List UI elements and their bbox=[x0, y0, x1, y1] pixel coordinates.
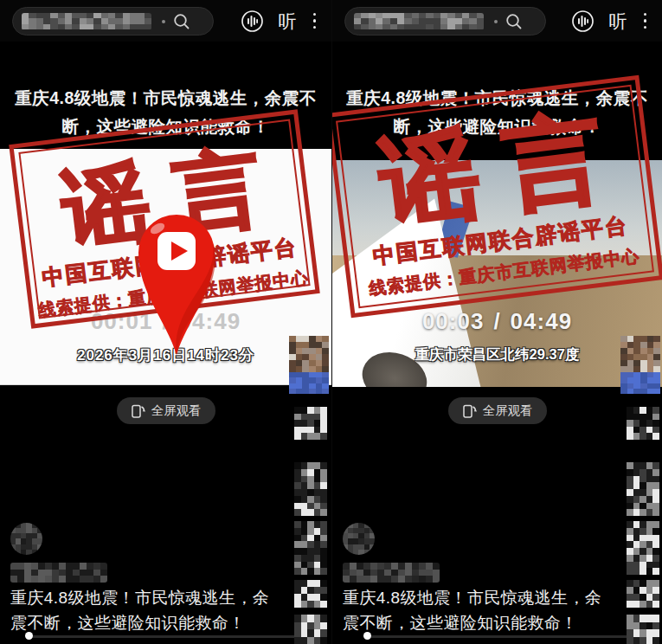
action-icon-mosaic[interactable] bbox=[294, 407, 327, 440]
rumor-stamp-org: 中国互联网联合辟谣平台 bbox=[347, 208, 654, 274]
search-text-mosaic bbox=[22, 13, 151, 30]
panel-right: 听 重庆4.8级地震！市民惊魂逃生，余震不断，这些避险知识能救命！ 谣言 中国互… bbox=[331, 0, 662, 644]
progress-bar[interactable] bbox=[31, 635, 325, 638]
pixelated-avatar-overlay[interactable] bbox=[620, 336, 660, 394]
action-icon-mosaic[interactable] bbox=[294, 521, 327, 575]
pixelated-avatar-overlay[interactable] bbox=[289, 336, 329, 394]
separator-dot bbox=[494, 20, 498, 23]
action-icon-mosaic[interactable] bbox=[294, 580, 327, 608]
search-icon[interactable] bbox=[172, 12, 191, 31]
fullscreen-label: 全屏观看 bbox=[151, 402, 202, 419]
fullscreen-label: 全屏观看 bbox=[483, 402, 533, 419]
action-icon-mosaic[interactable] bbox=[627, 407, 659, 440]
action-icon-mosaic[interactable] bbox=[627, 462, 659, 516]
fullscreen-button[interactable]: 全屏观看 bbox=[448, 397, 547, 424]
action-icon-mosaic[interactable] bbox=[294, 615, 327, 644]
progress-bar[interactable] bbox=[370, 635, 655, 638]
duration: 04:49 bbox=[511, 308, 573, 334]
action-icon-mosaic[interactable] bbox=[627, 580, 659, 608]
progress-handle[interactable] bbox=[25, 632, 33, 640]
panel-left: 听 重庆4.8级地震！市民惊魂逃生，余震不断，这些避险知识能救命！ 谣言 中国互… bbox=[0, 0, 331, 644]
kebab-menu-icon[interactable] bbox=[312, 10, 318, 33]
bottom-video-caption: 重庆4.8级地震！市民惊魂逃生，余震不断，这些避险知识能救命！ bbox=[10, 585, 281, 635]
current-time: 00:03 bbox=[422, 308, 485, 334]
action-icon-mosaic[interactable] bbox=[627, 521, 659, 575]
separator-dot bbox=[162, 20, 165, 23]
search-text-mosaic bbox=[354, 13, 484, 30]
action-icon-mosaic[interactable] bbox=[294, 462, 327, 516]
rumor-stamp: 谣言 中国互联网联合辟谣平台 线索提供：重庆市互联网举报中心 bbox=[331, 75, 662, 319]
uploader-name-mosaic[interactable] bbox=[10, 563, 107, 583]
search-bar[interactable] bbox=[12, 7, 214, 35]
rotate-phone-icon bbox=[462, 403, 477, 419]
fullscreen-button[interactable]: 全屏观看 bbox=[117, 397, 215, 424]
top-bar: 听 bbox=[0, 0, 331, 42]
kebab-menu-icon[interactable] bbox=[642, 10, 649, 33]
uploader-avatar[interactable] bbox=[10, 523, 42, 555]
uploader-name-mosaic[interactable] bbox=[343, 563, 440, 583]
top-bar: 听 bbox=[332, 0, 662, 42]
rotate-phone-icon bbox=[131, 403, 145, 419]
bottom-video-caption: 重庆4.8级地震！市民惊魂逃生，余震不断，这些避险知识能救命！ bbox=[343, 585, 612, 635]
video-overlay-caption: 重庆市荣昌区北纬29.37度 bbox=[332, 345, 662, 364]
search-bar[interactable] bbox=[344, 7, 546, 35]
action-icon-mosaic[interactable] bbox=[627, 615, 659, 644]
listen-button[interactable]: 听 bbox=[609, 12, 627, 30]
rumor-stamp-word: 谣言 bbox=[333, 99, 650, 242]
progress-handle[interactable] bbox=[363, 632, 371, 640]
search-icon[interactable] bbox=[505, 12, 524, 31]
uploader-avatar[interactable] bbox=[343, 523, 375, 555]
play-pin-icon[interactable] bbox=[130, 206, 223, 360]
voice-icon[interactable] bbox=[241, 10, 264, 33]
listen-button[interactable]: 听 bbox=[279, 12, 297, 30]
voice-icon[interactable] bbox=[571, 10, 595, 33]
